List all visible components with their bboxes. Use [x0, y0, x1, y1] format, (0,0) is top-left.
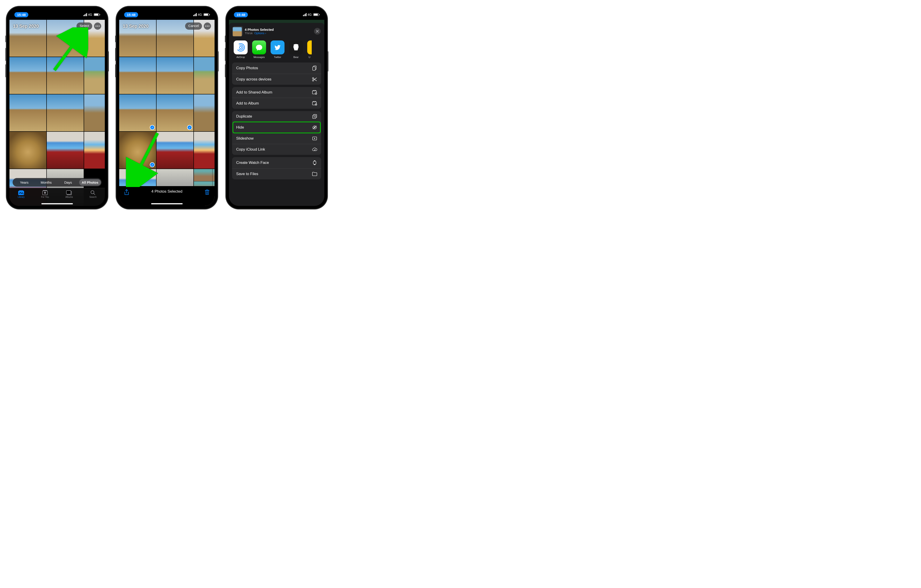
- share-app-airdrop[interactable]: AirDrop: [233, 41, 248, 58]
- share-button[interactable]: [124, 189, 129, 197]
- close-button[interactable]: [314, 28, 321, 35]
- photo-grid[interactable]: ✓ ✓ ✓ ✓: [119, 20, 215, 206]
- photo-cell[interactable]: [10, 57, 46, 94]
- copy-icon: [312, 66, 317, 71]
- screen-2: 15:48 4G ✓ ✓ ✓ ✓ 13 Sep 2020: [119, 10, 215, 206]
- tab-search[interactable]: Search: [89, 190, 97, 198]
- action-slideshow[interactable]: Slideshow: [232, 133, 321, 144]
- notch: [35, 10, 80, 16]
- action-hide[interactable]: Hide: [232, 122, 321, 133]
- app-label: Twitter: [274, 56, 281, 58]
- svg-point-16: [239, 46, 242, 49]
- photo-cell[interactable]: [119, 57, 156, 94]
- action-copy-photos[interactable]: Copy Photos: [232, 62, 321, 74]
- delete-button[interactable]: [205, 189, 210, 196]
- photo-cell[interactable]: [10, 94, 46, 131]
- segment-days[interactable]: Days: [57, 179, 79, 186]
- photo-cell[interactable]: [10, 132, 46, 169]
- sheet-title: 4 Photos Selected: [245, 28, 311, 31]
- view-segmented-control[interactable]: Years Months Days All Photos: [13, 178, 102, 187]
- check-icon: ✓: [150, 125, 155, 130]
- action-duplicate[interactable]: Duplicate: [232, 111, 321, 122]
- add-album-icon: [312, 101, 317, 106]
- photo-cell[interactable]: [156, 57, 194, 94]
- tab-library[interactable]: Library: [18, 190, 25, 198]
- selection-toolbar: 4 Photos Selected: [119, 186, 215, 206]
- svg-rect-28: [313, 101, 316, 102]
- app-label: AirDrop: [236, 56, 245, 58]
- segment-months[interactable]: Months: [35, 179, 57, 186]
- shared-album-icon: [312, 90, 317, 95]
- home-indicator[interactable]: [41, 203, 73, 204]
- slideshow-icon: [312, 136, 317, 140]
- action-label: Save to Files: [236, 172, 258, 176]
- icloud-link-icon: [312, 148, 317, 151]
- segment-all-photos[interactable]: All Photos: [79, 179, 101, 186]
- tab-for-you[interactable]: For You: [41, 190, 49, 198]
- action-copy-across-devices[interactable]: Copy across devices: [232, 74, 321, 85]
- header-row: 13 Sep 2020 Select: [13, 23, 101, 30]
- status-time: 15:48: [234, 12, 248, 17]
- more-button[interactable]: [94, 23, 101, 30]
- battery-icon: [94, 13, 99, 16]
- svg-rect-20: [312, 67, 315, 70]
- selection-thumbnail: [233, 27, 242, 36]
- action-create-watch-face[interactable]: Create Watch Face: [232, 157, 321, 169]
- screen-1: 15:48 4G 13 Sep 2020: [10, 10, 105, 206]
- annotation-highlight: [233, 122, 321, 133]
- photo-cell[interactable]: [84, 57, 105, 94]
- options-link[interactable]: Options ›: [254, 31, 266, 35]
- action-save-to-files[interactable]: Save to Files: [232, 169, 321, 179]
- svg-point-17: [237, 44, 244, 51]
- network-label: 4G: [88, 13, 92, 16]
- photo-cell[interactable]: [194, 132, 215, 169]
- trash-icon: [205, 189, 210, 195]
- signal-bars-icon: [193, 13, 197, 16]
- photo-cell-selected[interactable]: ✓: [194, 94, 215, 131]
- share-sheet: 4 Photos Selected Thirsk Options › AirDr…: [229, 23, 324, 206]
- photo-cell[interactable]: [47, 57, 84, 94]
- cancel-button[interactable]: Cancel: [185, 23, 202, 30]
- share-app-bear[interactable]: Bear: [289, 41, 303, 58]
- photo-cell-selected[interactable]: ✓: [119, 132, 156, 169]
- photo-cell[interactable]: [47, 132, 84, 169]
- photo-cell[interactable]: [84, 94, 105, 131]
- phone-frame-2: 15:48 4G ✓ ✓ ✓ ✓ 13 Sep 2020: [116, 6, 218, 209]
- action-add-to-shared-album[interactable]: Add to Shared Album: [232, 87, 321, 98]
- photo-cell[interactable]: [156, 132, 194, 169]
- share-apps-row[interactable]: AirDrop Messages Twitter: [229, 39, 324, 62]
- action-list[interactable]: Copy Photos Copy across devices Add to S…: [229, 62, 324, 206]
- photo-cell-selected[interactable]: ✓: [119, 94, 156, 131]
- tab-label: Search: [89, 196, 97, 198]
- select-button[interactable]: Select: [76, 23, 92, 30]
- svg-point-35: [314, 149, 316, 150]
- action-label: Create Watch Face: [236, 161, 269, 165]
- action-add-to-album[interactable]: Add to Album: [232, 98, 321, 109]
- network-label: 4G: [198, 13, 202, 16]
- tab-albums[interactable]: Albums: [65, 190, 73, 198]
- photo-cell-selected[interactable]: ✓: [156, 94, 194, 131]
- svg-point-18: [236, 42, 246, 52]
- svg-rect-38: [314, 164, 315, 165]
- share-app-messages[interactable]: Messages: [252, 41, 266, 58]
- photo-cell[interactable]: [194, 57, 215, 94]
- share-app-more[interactable]: U: [307, 41, 312, 58]
- tab-label: Albums: [65, 196, 73, 198]
- action-group: Duplicate Hide Slideshow Copy iCloud Lin…: [232, 111, 321, 155]
- status-right: 4G: [83, 13, 99, 16]
- battery-icon: [313, 13, 319, 16]
- date-title: 13 Sep 2020: [123, 24, 149, 29]
- airdrop-icon: [234, 41, 247, 54]
- home-indicator[interactable]: [151, 203, 182, 204]
- more-button[interactable]: [204, 23, 211, 30]
- segment-years[interactable]: Years: [13, 179, 35, 186]
- action-copy-icloud-link[interactable]: Copy iCloud Link: [232, 144, 321, 155]
- svg-rect-37: [314, 161, 315, 161]
- share-app-twitter[interactable]: Twitter: [270, 41, 285, 58]
- svg-point-13: [207, 26, 208, 26]
- photo-cell[interactable]: [84, 132, 105, 169]
- app-label: Messages: [254, 56, 265, 58]
- bear-icon: [289, 41, 303, 54]
- action-label: Duplicate: [236, 114, 252, 119]
- photo-cell[interactable]: [47, 94, 84, 131]
